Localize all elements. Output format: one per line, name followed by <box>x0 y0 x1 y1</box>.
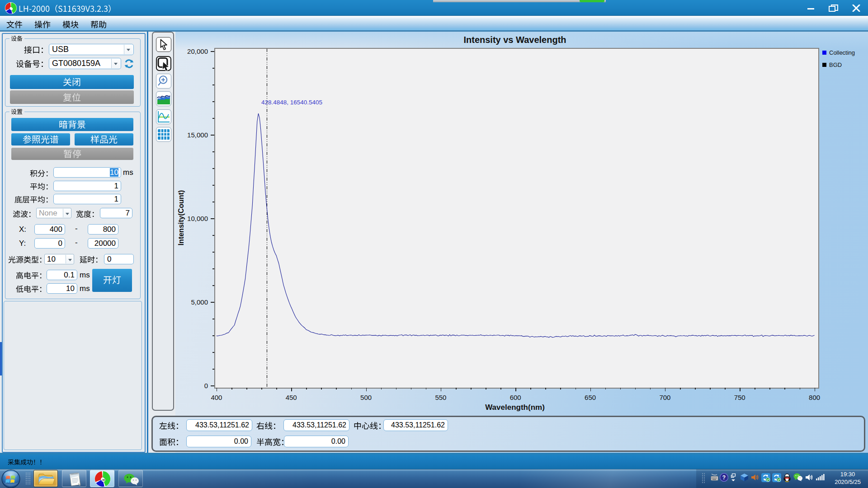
svg-text:?: ? <box>722 474 726 481</box>
